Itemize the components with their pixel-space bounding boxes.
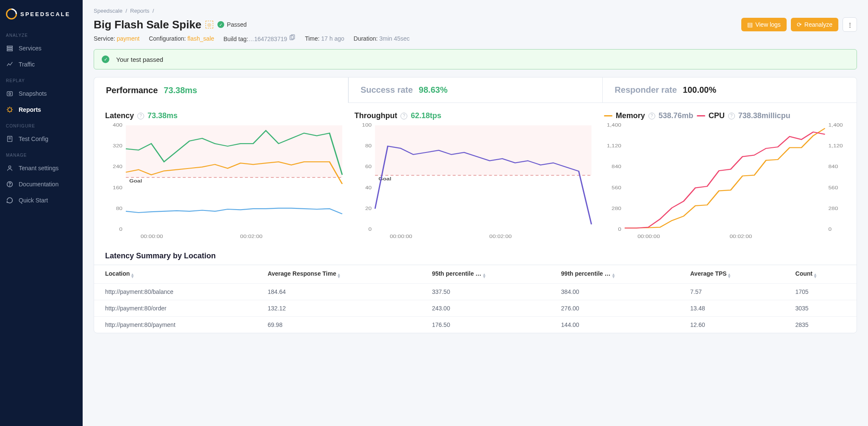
meta-key: Service:	[94, 35, 115, 42]
main-content: Speedscale / Reports / Big Flash Sale Sp…	[83, 0, 868, 426]
table-row[interactable]: http://payment:80/payment69.98176.50144.…	[94, 317, 857, 333]
table-cell: 1705	[787, 284, 857, 300]
svg-text:0: 0	[369, 227, 372, 232]
sidebar-item-services[interactable]: Services	[0, 40, 83, 56]
svg-text:Goal: Goal	[129, 179, 142, 184]
chart-title: CPU	[709, 111, 725, 120]
table-cell: 243.00	[423, 300, 553, 317]
help-icon[interactable]: ?	[401, 113, 407, 119]
column-header[interactable]: Average TPS▴▾	[682, 265, 787, 284]
table-cell: http://payment:80/payment	[94, 317, 259, 333]
sidebar-item-tenant-settings[interactable]: Tenant settings	[0, 160, 83, 176]
sort-icon[interactable]: ▴▾	[338, 273, 340, 278]
reanalyze-button[interactable]: ⟳ Reanalyze	[791, 18, 838, 31]
svg-text:60: 60	[365, 164, 372, 169]
button-label: Reanalyze	[804, 21, 832, 28]
sidebar-item-reports[interactable]: Reports	[0, 102, 83, 118]
table-cell: 2835	[787, 317, 857, 333]
meta-value: 3min 45sec	[379, 35, 410, 42]
kebab-icon: ⋮	[847, 22, 853, 28]
chart-title: Throughput	[354, 111, 397, 120]
config-link[interactable]: flash_sale	[187, 35, 214, 42]
sort-icon[interactable]: ▴▾	[728, 273, 730, 278]
table-cell: 384.00	[553, 284, 682, 300]
svg-text:1,120: 1,120	[828, 144, 843, 149]
service-link[interactable]: payment	[117, 35, 139, 42]
svg-point-5	[8, 108, 12, 112]
sidebar-section-label: CONFIGURE	[0, 118, 83, 131]
svg-text:00:00:00: 00:00:00	[141, 234, 163, 239]
tab-performance[interactable]: Performance 73.38ms	[94, 77, 348, 103]
tab-label: Performance	[106, 86, 158, 95]
chart-title: Memory	[616, 111, 645, 120]
svg-text:00:00:00: 00:00:00	[637, 234, 660, 239]
svg-rect-3	[7, 92, 13, 96]
column-header[interactable]: Count▴▾	[787, 265, 857, 284]
summary-title: Latency Summary by Location	[94, 246, 857, 265]
chart-title: Latency	[105, 111, 134, 120]
column-header[interactable]: 95th percentile …▴▾	[423, 265, 553, 284]
sidebar: SPEEDSCALE ANALYZEServicesTrafficREPLAYS…	[0, 0, 83, 426]
brand-logo[interactable]: SPEEDSCALE	[0, 5, 83, 27]
help-icon[interactable]: ?	[648, 113, 655, 119]
tabs: Performance 73.38ms Success rate 98.63% …	[94, 77, 857, 103]
meta-value: …1647283719	[248, 36, 287, 42]
help-icon[interactable]: ?	[137, 113, 144, 119]
help-icon[interactable]: ?	[728, 113, 735, 119]
view-logs-button[interactable]: ▤ View logs	[741, 18, 787, 31]
snapshots-icon	[6, 90, 14, 97]
column-header[interactable]: Average Response Time▴▾	[259, 265, 423, 284]
tab-responder-rate[interactable]: Responder rate 100.00%	[602, 77, 857, 103]
sort-icon[interactable]: ▴▾	[814, 273, 816, 278]
table-cell: 176.50	[423, 317, 553, 333]
tab-label: Responder rate	[615, 85, 677, 95]
check-icon: ✓	[217, 21, 224, 28]
table-cell: http://payment:80/balance	[94, 284, 259, 300]
sidebar-item-label: Test Config	[19, 136, 48, 142]
sidebar-item-label: Quick Start	[19, 197, 48, 204]
logs-icon: ▤	[747, 21, 753, 28]
svg-text:840: 840	[828, 164, 838, 169]
brand-text: SPEEDSCALE	[20, 11, 70, 17]
sidebar-item-traffic[interactable]: Traffic	[0, 56, 83, 72]
svg-text:400: 400	[113, 123, 122, 128]
sidebar-item-test-config[interactable]: Test Config	[0, 131, 83, 147]
column-header[interactable]: Location▴▾	[94, 265, 259, 284]
sidebar-item-documentation[interactable]: Documentation	[0, 176, 83, 192]
quick-start-icon	[6, 196, 14, 204]
svg-text:560: 560	[828, 185, 838, 190]
more-menu-button[interactable]: ⋮	[843, 17, 857, 32]
sidebar-item-label: Snapshots	[19, 90, 47, 97]
breadcrumb-link[interactable]: Reports	[130, 8, 150, 14]
sidebar-item-quick-start[interactable]: Quick Start	[0, 192, 83, 208]
svg-text:280: 280	[828, 206, 838, 211]
sidebar-section-label: REPLAY	[0, 72, 83, 86]
svg-text:00:02:00: 00:02:00	[490, 234, 512, 239]
svg-rect-0	[7, 46, 13, 47]
tab-value: 100.00%	[683, 85, 716, 95]
tab-success-rate[interactable]: Success rate 98.63%	[348, 77, 603, 103]
tenant-settings-icon	[6, 164, 14, 172]
sort-icon[interactable]: ▴▾	[483, 273, 485, 278]
svg-text:840: 840	[612, 164, 621, 169]
svg-text:560: 560	[612, 185, 621, 190]
column-header[interactable]: 99th percentile …▴▾	[553, 265, 682, 284]
copy-icon[interactable]	[289, 34, 295, 41]
traffic-icon	[6, 61, 14, 68]
sort-icon[interactable]: ▴▾	[612, 273, 615, 278]
button-label: View logs	[755, 21, 781, 28]
status-text: Passed	[227, 21, 247, 28]
svg-text:40: 40	[365, 185, 372, 190]
table-row[interactable]: http://payment:80/balance184.64337.50384…	[94, 284, 857, 300]
sort-icon[interactable]: ▴▾	[131, 273, 134, 278]
sidebar-item-label: Tenant settings	[19, 165, 58, 172]
check-circle-icon: ✓	[102, 55, 109, 63]
table-row[interactable]: http://payment:80/order132.12243.00276.0…	[94, 300, 857, 317]
breadcrumb-link[interactable]: Speedscale	[94, 8, 122, 14]
latency-chart: Latency ? 73.38ms Goal08016024032040000:…	[105, 111, 347, 241]
sidebar-item-label: Services	[19, 45, 42, 52]
table-cell: http://payment:80/order	[94, 300, 259, 317]
sidebar-item-snapshots[interactable]: Snapshots	[0, 86, 83, 102]
chart-value: 538.76mb	[659, 111, 693, 120]
reports-icon	[6, 106, 14, 113]
